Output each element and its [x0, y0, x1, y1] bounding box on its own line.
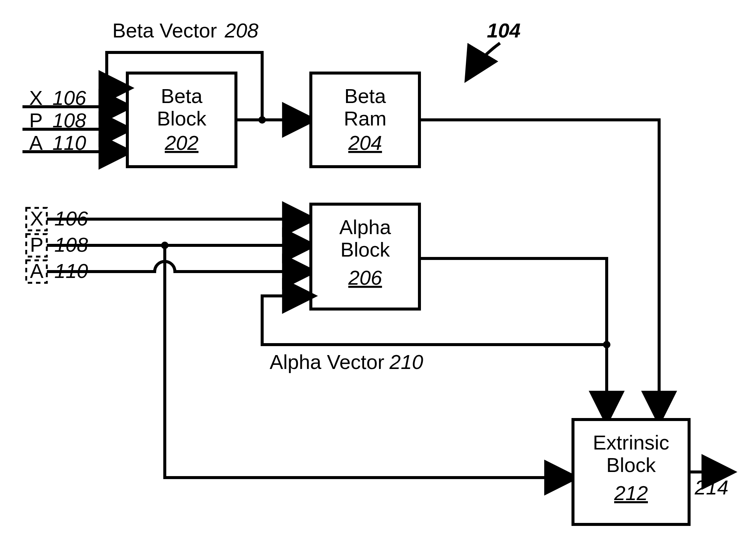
beta-block-line2: Block: [157, 107, 207, 130]
beta-ram-line2: Ram: [344, 107, 386, 130]
beta-block-line1: Beta: [161, 85, 203, 107]
alpha-block-line1: Alpha: [339, 216, 391, 238]
beta-vector-ref: 208: [224, 19, 258, 42]
beta-ram-line1: Beta: [344, 85, 386, 107]
beta-ram-ref: 204: [348, 131, 382, 154]
extrinsic-line1: Extrinsic: [593, 431, 669, 454]
alpha-block-ref: 206: [348, 266, 382, 289]
figure-ref-pointer: [468, 43, 500, 77]
alpha-block-line2: Block: [340, 238, 390, 261]
beta-block-ref: 202: [164, 131, 198, 154]
extrinsic-line2: Block: [606, 454, 656, 476]
extrinsic-ref: 212: [614, 482, 648, 504]
input-bottom-a-symbol: A: [30, 260, 43, 282]
alpha-vector-label: Alpha Vector: [270, 351, 384, 373]
block-diagram: 104 X 106 P 108 A 110 Beta Block 202 Bet…: [0, 0, 749, 560]
beta-vector-label: Beta Vector: [112, 19, 217, 42]
alpha-vector-ref: 210: [389, 351, 423, 373]
input-bottom-p-symbol: P: [30, 233, 43, 256]
figure-ref: 104: [487, 19, 521, 42]
wire-alpha-to-extrinsic: [419, 258, 607, 420]
output-ref: 214: [694, 476, 728, 499]
wire-ram-to-extrinsic: [419, 120, 659, 420]
input-bottom-x-symbol: X: [30, 207, 43, 230]
